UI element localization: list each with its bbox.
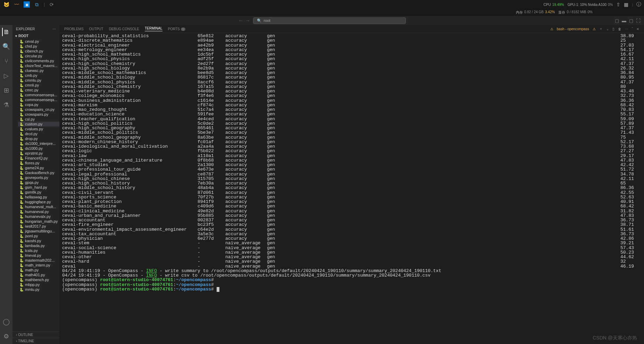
terminal-row: ceval-ideological_and_moral_cultivationa… [62, 144, 641, 149]
file-item[interactable]: 🐍mathbench.py [18, 277, 59, 282]
close-panel-icon[interactable]: ✕ [636, 27, 639, 31]
extensions-icon[interactable]: ⊞ [2, 86, 10, 95]
file-item[interactable]: 🐍csl.py [18, 117, 59, 122]
file-item[interactable]: 🐍game24.py [18, 165, 59, 170]
terminal-row: ceval-art_studies2a1300accuracygen42.42 [62, 163, 641, 167]
file-item[interactable]: 🐍cmnli.py [18, 83, 59, 88]
file-item[interactable]: 🐍humanevalx.py [18, 214, 59, 219]
account-icon[interactable]: ◯ [2, 318, 10, 326]
upload-icon[interactable]: ⇧ [616, 2, 620, 7]
file-item[interactable]: 🐍mmlu.py [18, 287, 59, 292]
file-item[interactable]: 🐍kaoshi.py [18, 238, 59, 243]
file-item[interactable]: 🐍jigsawmultilingu... [18, 229, 59, 234]
file-item[interactable]: 🐍commonsenseqa... [18, 97, 59, 102]
file-item[interactable]: 🐍commonsenseqa... [18, 92, 59, 97]
tab-terminal[interactable]: TERMINAL [145, 26, 162, 31]
maximize-panel-icon[interactable]: ˆ [632, 27, 633, 31]
file-item[interactable]: 🐍crowspairs_cn.py [18, 107, 59, 112]
file-item[interactable]: 🐍math.py [18, 268, 59, 272]
file-item[interactable]: 🐍cluewsc.py [18, 68, 59, 73]
grid-icon[interactable]: ▦ [624, 2, 628, 7]
file-item[interactable]: 🐍civilcomments.py [18, 58, 59, 63]
file-item[interactable]: 🐍GaokaoBench.py [18, 170, 59, 175]
refresh-icon[interactable]: ⟳ [48, 1, 55, 8]
file-item[interactable]: 🐍ds1000_interpre... [18, 141, 59, 146]
new-terminal-icon[interactable]: ＋ [599, 26, 603, 31]
file-item[interactable]: 🐍huggingface.py [18, 199, 59, 204]
file-item[interactable]: 🐍mastermath202... [18, 258, 59, 263]
file-item[interactable]: 🐍copa.py [18, 102, 59, 107]
file-item[interactable]: 🐍humaneval.py [18, 209, 59, 214]
file-item[interactable]: 🐍eprstmt.py [18, 151, 59, 156]
file-item[interactable]: 🐍circular.py [18, 54, 59, 58]
file-item[interactable]: 🐍math_intern.py [18, 263, 59, 268]
explorer-icon[interactable]: 🗎 [2, 28, 10, 36]
help-icon[interactable]: ⓘ [636, 1, 641, 8]
file-item[interactable]: 🐍hellaswag.py [18, 195, 59, 199]
terminal-dropdown-icon[interactable]: ⌄ [606, 27, 609, 31]
explorer-menu-icon[interactable]: ⋯ [52, 27, 56, 31]
file-item[interactable]: 🐍gsm8k.py [18, 190, 59, 195]
layout-toggle-bottom-icon[interactable]: ▬ [622, 18, 626, 23]
file-item[interactable]: 🐍jsonl.py [18, 234, 59, 238]
file-item[interactable]: 🐍FinanceIQ.py [18, 156, 59, 161]
file-item[interactable]: 🐍cmmlu.py [18, 78, 59, 83]
file-item[interactable]: 🐍gpqa.py [18, 180, 59, 185]
tab-ports[interactable]: PORTS1 [168, 27, 185, 31]
trash-icon[interactable]: 🗑 [618, 27, 621, 31]
layout-toggle-left-icon[interactable]: ▢ [615, 18, 619, 23]
timeline-section[interactable]: › TIMELINE [12, 338, 59, 344]
shell-label[interactable]: bash - opencompass [557, 27, 589, 31]
file-item[interactable]: 🐍ceval.py [18, 39, 59, 44]
split-terminal-icon[interactable]: ▯ [612, 27, 614, 31]
file-item[interactable]: 🐍ds1000.py [18, 146, 59, 151]
file-item[interactable]: 🐍flores.py [18, 161, 59, 165]
tab-output[interactable]: OUTPUT [89, 27, 103, 31]
tab-problems[interactable]: PROBLEMS [64, 27, 84, 31]
file-name: ceval.py [25, 39, 39, 43]
file-item[interactable]: 🐍clozeTest_maxmi... [18, 63, 59, 68]
terminal[interactable]: ceval-probability_and_statistics65e812ac… [59, 33, 644, 344]
file-item[interactable]: 🐍custom.py [18, 122, 59, 126]
root-folder[interactable]: ▾ ROOT [12, 33, 59, 39]
source-control-icon[interactable]: ⑂ [2, 57, 10, 65]
file-item[interactable]: 🐍iwslt2017.py [18, 224, 59, 229]
terminal-row: ceval-high_school_mathematics1dc5bfaccur… [62, 52, 641, 57]
tab-debug-console[interactable]: DEBUG CONSOLE [109, 27, 139, 31]
file-item[interactable]: 🐍humaneval_mult... [18, 204, 59, 209]
file-item[interactable]: 🐍cibench.py [18, 49, 59, 54]
python-file-icon: 🐍 [19, 210, 24, 214]
file-item[interactable]: 🐍lambada.py [18, 243, 59, 248]
file-item[interactable]: 🐍lcsts.py [18, 248, 59, 253]
file-item[interactable]: 🐍drop.py [18, 136, 59, 141]
fullscreen-icon[interactable]: ⛶ [636, 18, 641, 23]
file-item[interactable]: 🐍cmb.py [18, 73, 59, 78]
file-item[interactable]: 🐍crowspairs.py [18, 112, 59, 117]
more-icon[interactable]: ⋯ [625, 27, 628, 31]
app-icon-2[interactable]: 〰 [13, 1, 20, 8]
nav-forward-icon[interactable]: → [245, 18, 250, 23]
debug-icon[interactable]: ▷ [2, 72, 10, 80]
file-item[interactable]: 🐍hungarian_math.py [18, 219, 59, 224]
beaker-icon[interactable]: ⚗ [2, 101, 10, 109]
file-item[interactable]: 🐍govreports.py [18, 175, 59, 180]
layout-toggle-right-icon[interactable]: ▢ [629, 18, 633, 23]
file-item[interactable]: 🐍math401.py [18, 272, 59, 277]
file-item[interactable]: 🐍cvalues.py [18, 126, 59, 131]
vscode-icon[interactable]: ⧉ [33, 1, 40, 8]
search-activity-icon[interactable]: 🔍 [2, 42, 10, 51]
file-item[interactable]: 🐍chid.py [18, 44, 59, 49]
file-item[interactable]: 🐍gsm_hard.py [18, 185, 59, 190]
file-item[interactable]: 🐍lmeval.py [18, 253, 59, 258]
settings-icon[interactable]: ⚙ [2, 332, 10, 341]
terminal-row: ceval-lawa110a1accuracygen29.17 [62, 154, 641, 158]
file-item[interactable]: 🐍drcd.py [18, 131, 59, 136]
file-item[interactable]: 🐍mbpp.py [18, 282, 59, 287]
outline-section[interactable]: › OUTLINE [12, 331, 59, 338]
app-icon-3[interactable]: ▣ [24, 1, 30, 8]
python-file-icon: 🐍 [19, 83, 24, 87]
file-item[interactable]: 🐍cmrc.py [18, 88, 59, 92]
nav-back-icon[interactable]: ← [239, 18, 243, 23]
search-input[interactable]: 🔍 root [253, 17, 406, 24]
app-icon-1[interactable]: 🐱 [3, 1, 10, 8]
